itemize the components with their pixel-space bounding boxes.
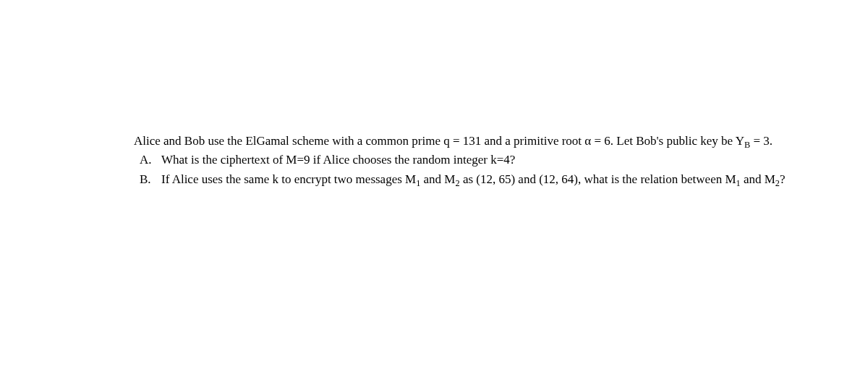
text-segment: ?	[780, 172, 786, 186]
intro-text-part2: = 3.	[750, 134, 773, 148]
list-content: If Alice uses the same k to encrypt two …	[161, 170, 799, 189]
problem-intro: Alice and Bob use the ElGamal scheme wit…	[134, 132, 799, 151]
list-item: B. If Alice uses the same k to encrypt t…	[140, 170, 799, 189]
text-segment: and M	[741, 172, 775, 186]
question-list: A. What is the ciphertext of M=9 if Alic…	[134, 151, 799, 189]
list-content: What is the ciphertext of M=9 if Alice c…	[161, 151, 799, 169]
intro-text-part1: Alice and Bob use the ElGamal scheme wit…	[134, 134, 744, 148]
intro-sub: B	[744, 140, 750, 150]
text-segment: as (12, 65) and (12, 64), what is the re…	[460, 172, 736, 186]
list-marker: A.	[140, 151, 161, 169]
text-segment: and M	[420, 172, 455, 186]
list-item: A. What is the ciphertext of M=9 if Alic…	[140, 151, 799, 169]
list-marker: B.	[140, 170, 161, 189]
text-segment: What is the ciphertext of M=9 if Alice c…	[161, 153, 515, 167]
text-segment: If Alice uses the same k to encrypt two …	[161, 172, 416, 186]
